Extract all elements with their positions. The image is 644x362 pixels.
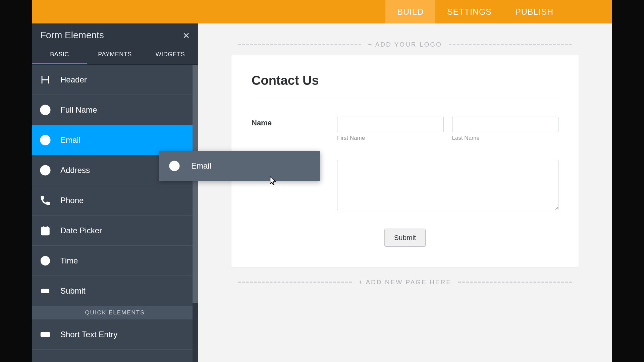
tab-build[interactable]: BUILD <box>385 0 435 23</box>
sidebar-title: Form Elements <box>40 30 104 41</box>
divider <box>238 44 361 45</box>
element-phone[interactable]: Phone <box>32 185 198 216</box>
form-title[interactable]: Contact Us <box>252 73 558 98</box>
svg-text:10: 10 <box>43 230 48 234</box>
text-entry-icon: ABC <box>32 329 59 340</box>
last-name-sublabel: Last Name <box>452 135 559 141</box>
divider <box>458 282 572 283</box>
first-name-input[interactable] <box>337 117 444 132</box>
send-icon: SEND <box>32 285 59 297</box>
element-label: Date Picker <box>59 226 102 235</box>
svg-text:SEND: SEND <box>42 290 49 292</box>
element-date-picker[interactable]: 10 Date Picker <box>32 216 198 246</box>
close-icon[interactable]: × <box>183 29 190 41</box>
element-full-name[interactable]: Full Name <box>32 95 198 125</box>
sidebar-tabs: BASIC PAYMENTS WIDGETS <box>32 46 198 65</box>
add-logo-area[interactable]: + ADD YOUR LOGO <box>231 41 579 48</box>
clock-icon <box>32 255 59 266</box>
svg-point-1 <box>44 107 47 110</box>
field-name[interactable]: Name First Name Last Name <box>252 117 558 141</box>
message-textarea[interactable] <box>337 160 558 210</box>
sidebar-form-elements: Form Elements × BASIC PAYMENTS WIDGETS H… <box>32 23 198 362</box>
element-label: Address <box>59 166 90 175</box>
sidebar-scrollbar-thumb[interactable] <box>193 65 198 303</box>
element-label: Short Text Entry <box>59 330 117 339</box>
name-label: Name <box>252 117 337 127</box>
element-address[interactable]: Address <box>32 155 198 185</box>
top-nav: BUILD SETTINGS PUBLISH <box>32 0 612 23</box>
pin-icon <box>32 165 59 176</box>
phone-icon <box>32 195 59 206</box>
element-label: Header <box>59 75 87 84</box>
sidebar-tab-widgets[interactable]: WIDGETS <box>143 46 198 64</box>
element-label: Email <box>59 135 80 145</box>
element-label: Full Name <box>59 105 97 115</box>
quick-elements-heading: QUICK ELEMENTS <box>32 306 198 319</box>
form-card: Contact Us Name First Name Last Name Mes… <box>231 55 579 267</box>
element-submit[interactable]: SEND Submit <box>32 276 198 306</box>
add-new-page-area[interactable]: + ADD NEW PAGE HERE <box>231 279 579 286</box>
last-name-input[interactable] <box>452 117 559 132</box>
sidebar-header: Form Elements × <box>32 23 198 46</box>
add-logo-label: + ADD YOUR LOGO <box>368 41 442 48</box>
sidebar-elements-list: Header Full Name Email Address <box>32 65 198 362</box>
form-canvas: + ADD YOUR LOGO Contact Us Name First Na… <box>198 23 612 362</box>
element-label: Time <box>59 256 78 265</box>
field-message[interactable]: Message <box>252 160 558 210</box>
svg-point-5 <box>45 169 46 170</box>
envelope-icon <box>32 134 59 146</box>
sidebar-tab-payments[interactable]: PAYMENTS <box>87 46 143 64</box>
element-header[interactable]: Header <box>32 65 198 95</box>
tab-settings[interactable]: SETTINGS <box>435 0 503 23</box>
element-label: Phone <box>59 196 84 205</box>
add-page-label: + ADD NEW PAGE HERE <box>359 279 451 286</box>
tab-publish[interactable]: PUBLISH <box>503 0 565 23</box>
element-email[interactable]: Email <box>32 125 198 155</box>
message-label: Message <box>252 160 337 171</box>
divider <box>449 44 572 45</box>
sidebar-tab-basic[interactable]: BASIC <box>32 46 87 64</box>
element-short-text-entry[interactable]: ABC Short Text Entry <box>32 319 198 350</box>
submit-button[interactable]: Submit <box>384 229 426 247</box>
element-time[interactable]: Time <box>32 246 198 276</box>
first-name-sublabel: First Name <box>337 135 444 141</box>
divider <box>238 282 352 283</box>
person-icon <box>32 104 59 116</box>
element-label: Submit <box>59 286 86 296</box>
calendar-icon: 10 <box>32 225 59 236</box>
header-icon <box>32 74 59 85</box>
